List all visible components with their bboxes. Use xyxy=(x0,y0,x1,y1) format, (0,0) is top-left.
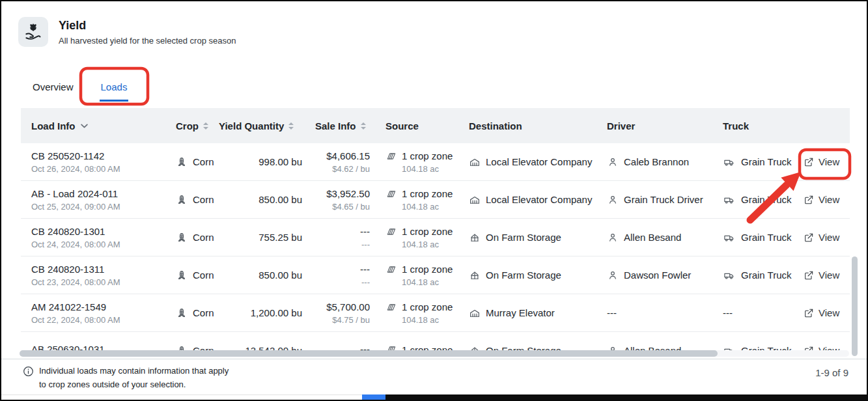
source-area: 104.18 ac xyxy=(402,277,469,287)
column-header-crop[interactable]: Crop xyxy=(176,120,219,131)
truck-cell: --- xyxy=(723,307,804,318)
truck-cell: Grain Truck xyxy=(723,156,804,168)
load-id: AB - Load 2024-011 xyxy=(31,188,176,199)
crop-cell: Corn xyxy=(176,307,219,320)
source-area: 104.18 ac xyxy=(402,164,469,174)
view-label: View xyxy=(819,194,839,205)
crop-name: Corn xyxy=(193,156,214,167)
sale-info-cell: $4,606.15 $4.62 / bu xyxy=(315,150,385,174)
crop-cell: Corn xyxy=(176,156,219,169)
person-icon xyxy=(607,194,619,206)
actions-cell: View xyxy=(804,156,850,167)
load-date: Oct 24, 2024, 08:00 AM xyxy=(31,240,176,249)
elevator-icon xyxy=(469,156,481,168)
truck-name: Grain Truck xyxy=(741,194,792,205)
source-zones: 1 crop zone xyxy=(402,301,453,312)
destination-name: Murray Elevator xyxy=(486,307,555,318)
bottom-black-segment xyxy=(385,394,867,400)
crop-zone-icon xyxy=(385,264,397,275)
corn-icon xyxy=(176,156,188,169)
driver-name: Dawson Fowler xyxy=(624,270,691,281)
source-cell: 1 crop zone 104.18 ac xyxy=(385,264,469,287)
sale-info-cell: $5,700.00 $4.75 / bu xyxy=(315,301,385,325)
view-button[interactable]: View xyxy=(804,194,839,205)
column-header-sale-info[interactable]: Sale Info xyxy=(315,120,385,131)
column-header-source: Source xyxy=(385,120,469,131)
view-button[interactable]: View xyxy=(804,232,839,243)
destination-name: On Farm Storage xyxy=(486,270,561,281)
truck-name: --- xyxy=(723,307,733,318)
truck-cell: Grain Truck xyxy=(723,194,804,206)
truck-icon xyxy=(723,232,736,243)
column-label: Load Info xyxy=(31,120,76,131)
yield-quantity: 850.00 bu xyxy=(219,194,315,205)
column-label: Crop xyxy=(176,120,199,131)
tab-overview[interactable]: Overview xyxy=(31,77,75,102)
column-header-truck: Truck xyxy=(723,120,804,131)
sale-amount: $5,700.00 xyxy=(326,301,370,312)
yield-quantity: 998.00 bu xyxy=(219,156,315,167)
actions-cell: View xyxy=(804,232,850,243)
load-date: Oct 25, 2024, 09:00 AM xyxy=(31,202,176,212)
destination-name: Local Elevator Company xyxy=(486,194,592,205)
column-header-yield-quantity[interactable]: Yield Quantity xyxy=(219,120,315,131)
person-icon xyxy=(607,270,619,281)
sale-per-bushel: --- xyxy=(361,277,370,287)
driver-cell: Allen Besand xyxy=(607,232,723,243)
person-icon xyxy=(607,232,619,243)
page-subtitle: All harvested yield for the selected cro… xyxy=(59,36,236,46)
vertical-scrollbar-thumb[interactable] xyxy=(852,256,858,356)
footer-note-line1: Individual loads may contain information… xyxy=(39,364,229,378)
sort-icon xyxy=(361,122,366,130)
info-icon xyxy=(22,365,35,378)
page-title: Yield xyxy=(59,19,236,33)
load-date: Oct 26, 2024, 08:00 AM xyxy=(31,164,176,174)
crop-cell: Corn xyxy=(176,193,219,206)
destination-cell: Local Elevator Company xyxy=(469,194,607,206)
truck-cell: Grain Truck xyxy=(723,232,804,243)
grain-bin-icon xyxy=(469,270,481,281)
chevron-down-icon xyxy=(81,124,88,128)
column-header-destination: Destination xyxy=(469,120,607,131)
source-zones: 1 crop zone xyxy=(402,264,453,275)
view-button[interactable]: View xyxy=(804,156,839,167)
source-zones: 1 crop zone xyxy=(402,188,453,199)
column-header-load-info[interactable]: Load Info xyxy=(21,120,176,131)
table-row: CB 250520-1142 Oct 26, 2024, 08:00 AM Co… xyxy=(21,143,850,181)
sale-info-cell: --- --- xyxy=(315,226,385,249)
person-icon xyxy=(607,156,619,168)
sale-per-bushel: $4.62 / bu xyxy=(332,164,370,174)
tab-loads[interactable]: Loads xyxy=(100,77,129,102)
actions-cell: View xyxy=(804,307,850,318)
truck-icon xyxy=(723,270,736,281)
yield-quantity: 1,200.00 bu xyxy=(219,307,315,318)
source-area: 104.18 ac xyxy=(402,202,469,212)
truck-name: Grain Truck xyxy=(741,270,792,281)
driver-name: --- xyxy=(607,307,617,318)
crop-zone-icon xyxy=(385,188,397,200)
tabs: Overview Loads xyxy=(31,77,128,102)
load-date: Oct 23, 2024, 08:00 AM xyxy=(31,277,176,287)
truck-name: Grain Truck xyxy=(741,156,792,167)
source-area: 104.18 ac xyxy=(402,315,469,325)
column-header-driver: Driver xyxy=(607,120,723,131)
table-row: AB - Load 2024-011 Oct 25, 2024, 09:00 A… xyxy=(21,181,850,219)
actions-cell: View xyxy=(804,270,850,281)
table-row: CB 240820-1301 Oct 24, 2024, 08:00 AM Co… xyxy=(21,219,850,256)
source-zones: 1 crop zone xyxy=(402,226,453,237)
column-label: Yield Quantity xyxy=(219,120,284,131)
sort-icon xyxy=(288,122,294,130)
driver-cell: Caleb Brannon xyxy=(607,156,723,168)
view-button[interactable]: View xyxy=(804,270,839,281)
external-link-icon xyxy=(804,270,814,281)
pagination-range: 1-9 of 9 xyxy=(815,367,848,378)
horizontal-scrollbar-thumb[interactable] xyxy=(20,350,718,357)
view-button[interactable]: View xyxy=(804,307,839,318)
crop-zone-icon xyxy=(385,226,397,238)
sale-amount: $4,606.15 xyxy=(326,150,370,161)
destination-cell: On Farm Storage xyxy=(469,232,607,243)
external-link-icon xyxy=(804,195,814,205)
yield-quantity: 850.00 bu xyxy=(219,270,315,281)
driver-cell: --- xyxy=(607,307,723,318)
column-label: Destination xyxy=(469,120,522,131)
